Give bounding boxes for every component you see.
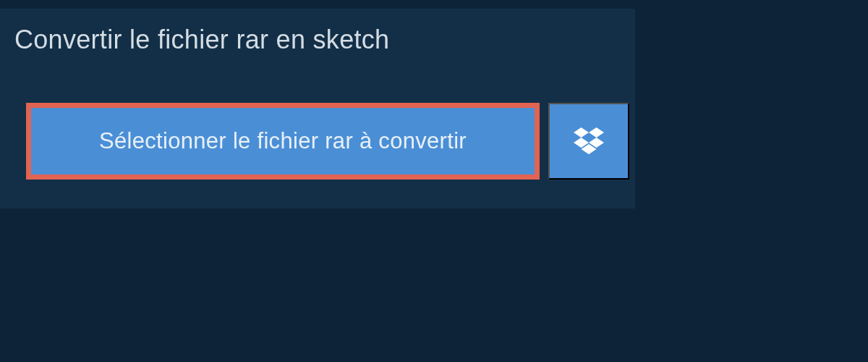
dropbox-icon	[574, 127, 604, 155]
button-row: Sélectionner le fichier rar à convertir	[0, 71, 635, 180]
dropbox-button[interactable]	[548, 103, 629, 180]
header: Convertir le fichier rar en sketch	[0, 9, 477, 71]
select-file-button[interactable]: Sélectionner le fichier rar à convertir	[26, 103, 540, 180]
converter-panel: Convertir le fichier rar en sketch Sélec…	[0, 9, 635, 209]
page-title: Convertir le fichier rar en sketch	[14, 25, 463, 55]
